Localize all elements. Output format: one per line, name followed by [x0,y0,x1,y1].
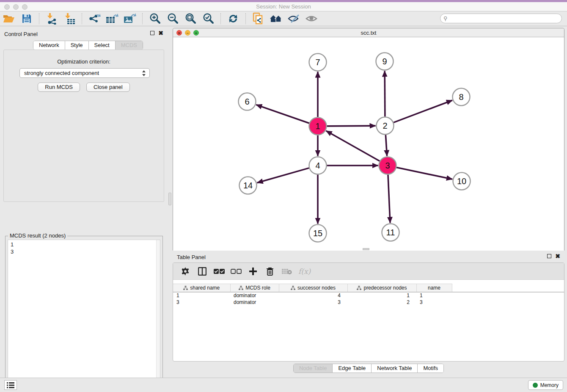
refresh-view-button[interactable] [226,12,240,25]
col-name[interactable]: name [416,284,452,292]
cell-successor-nodes[interactable]: 4 [279,292,347,299]
close-panel-button[interactable]: Close panel [86,83,130,92]
memory-status-icon [533,383,538,388]
graph-edge-4-14[interactable] [257,168,309,183]
float-table-panel-icon[interactable] [547,254,551,258]
col-shared-name[interactable]: shared name [173,284,230,292]
splitter-handle[interactable] [168,193,171,205]
run-mcds-button[interactable]: Run MCDS [38,83,80,92]
cell-predecessor-nodes[interactable]: 1 [347,292,416,299]
table-row[interactable]: 3 dominator 3 2 3 [173,299,564,306]
network-window-titlebar[interactable]: ✕ − + scc.txt [173,28,564,37]
graph-edge-1-2[interactable] [327,126,375,126]
task-history-button[interactable] [4,380,17,390]
search-input[interactable] [440,14,562,23]
col-mcds-role[interactable]: MCDS role [230,284,279,292]
canvas-scrollbar-nub[interactable] [363,248,369,250]
zoom-fit-button[interactable] [183,12,198,25]
cell-successor-nodes[interactable]: 3 [279,299,347,306]
graph-node-label-7: 7 [315,58,320,67]
float-panel-icon[interactable] [150,31,154,35]
export-table-button[interactable] [105,12,119,25]
graph-edge-3-1[interactable] [326,131,380,161]
delete-column-button[interactable] [264,265,276,277]
export-table-icon [105,13,119,25]
mcds-result-fieldset: MCDS result (2 nodes) 1 3 [5,236,163,392]
zoom-out-button[interactable] [165,12,180,25]
graph-edge-3-10[interactable] [396,167,452,179]
apply-function-button[interactable]: f(x) [297,265,311,277]
import-network-icon [46,13,58,25]
import-network-button[interactable] [44,12,59,25]
graph-edge-2-9[interactable] [385,71,385,116]
cell-shared-name[interactable]: 1 [173,292,230,299]
first-neighbors-button[interactable] [269,12,283,25]
cell-mcds-role[interactable]: dominator [230,299,279,306]
select-all-rows-button[interactable] [213,265,226,277]
open-session-button[interactable] [2,12,16,25]
graph-edge-2-3[interactable] [385,135,387,156]
add-column-button[interactable] [247,265,259,277]
export-network-button[interactable] [87,12,102,25]
memory-label: Memory [540,382,559,388]
graph-edge-3-11[interactable] [388,174,390,223]
columns-icon [198,267,206,276]
zoom-in-icon [149,13,161,25]
panel-splitter[interactable] [168,27,173,378]
tab-network-table[interactable]: Network Table [372,364,418,373]
cell-name[interactable]: 3 [416,299,452,306]
graph-node-label-6: 6 [245,97,249,106]
close-panel-icon[interactable]: ✖ [158,31,163,35]
zoom-selected-button[interactable] [201,12,215,25]
delete-table-button[interactable] [281,265,293,277]
tab-mcds[interactable]: MCDS [116,41,143,50]
hide-selected-button[interactable] [286,12,301,25]
tab-edge-table[interactable]: Edge Table [333,364,372,373]
memory-button[interactable]: Memory [528,380,563,390]
zoom-fit-icon [184,13,196,25]
import-table-button[interactable] [62,12,77,25]
toolbar-separator [245,13,246,24]
column-type-icon [357,286,361,290]
network-canvas[interactable]: 7968124314101511 [173,37,564,251]
network-graph[interactable]: 7968124314101511 [173,37,564,251]
graph-edge-2-8[interactable] [394,100,452,122]
copy-network-button[interactable] [251,12,265,25]
export-image-button[interactable] [123,12,137,25]
cell-name[interactable]: 1 [416,292,452,299]
table-toolbar: f(x) [173,263,564,280]
cell-mcds-role[interactable]: dominator [230,292,279,299]
tab-style[interactable]: Style [65,41,89,50]
optimization-criterion-select[interactable]: strongly connected component [19,68,150,78]
col-filler [452,284,564,292]
mcds-result-textarea[interactable]: 1 3 [8,240,160,392]
table-row[interactable]: 1 dominator 4 1 1 [173,292,564,299]
col-predecessor-nodes[interactable]: predecessor nodes [347,284,416,292]
close-table-panel-icon[interactable]: ✖ [555,254,560,258]
toolbar-separator [39,13,39,24]
tab-node-table[interactable]: Node Table [294,364,333,373]
cell-predecessor-nodes[interactable]: 2 [347,299,416,306]
table-panel: Table Panel ✖ [173,252,564,376]
list-icon [7,382,14,388]
zoom-in-button[interactable] [148,12,162,25]
control-panel: Control Panel ✖ Network Style Select MCD… [0,27,168,378]
mcds-result-scrollbar[interactable] [156,240,160,392]
eye-icon [305,14,318,24]
save-session-button[interactable] [19,12,34,25]
control-panel-title: Control Panel [4,31,38,37]
tab-network[interactable]: Network [33,41,65,50]
graph-node-label-2: 2 [383,121,387,130]
deselect-all-rows-button[interactable] [230,265,242,277]
tab-select[interactable]: Select [89,41,116,50]
graph-edge-1-6[interactable] [256,105,309,123]
graph-node-label-4: 4 [315,161,320,170]
col-successor-nodes[interactable]: successor nodes [279,284,347,292]
tab-motifs[interactable]: Motifs [418,364,443,373]
cell-shared-name[interactable]: 3 [173,299,230,306]
table-options-gear-button[interactable] [179,265,192,277]
show-all-button[interactable] [304,12,319,25]
table-panel-window-controls: ✖ [547,254,560,258]
table-panel-body: f(x) shared name MCDS role successor nod… [173,262,564,362]
column-visibility-button[interactable] [196,265,209,277]
